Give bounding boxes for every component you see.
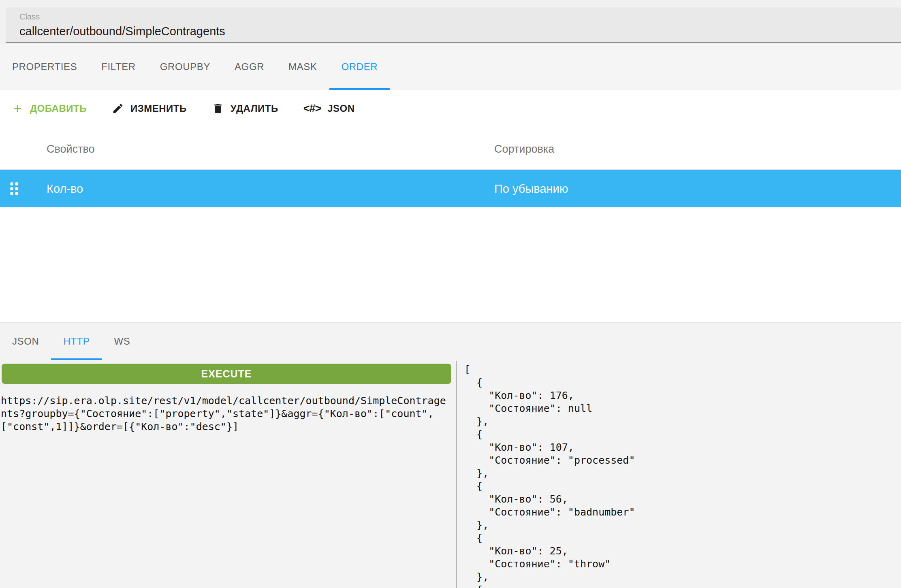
- column-header-property: Свойство: [47, 143, 95, 156]
- plus-icon: [11, 102, 23, 115]
- json-button[interactable]: <#> JSON: [303, 102, 355, 115]
- add-button[interactable]: ДОБАВИТЬ: [11, 102, 87, 115]
- tab-groupby[interactable]: GROUPBY: [148, 44, 222, 90]
- order-toolbar: ДОБАВИТЬ ИЗМЕНИТЬ УДАЛИТЬ <#> JSON: [0, 90, 901, 127]
- order-panel: ДОБАВИТЬ ИЗМЕНИТЬ УДАЛИТЬ <#> JSON Свойс…: [0, 90, 901, 322]
- json-button-label: JSON: [327, 103, 354, 114]
- class-input-value: callcenter/outbound/SimpleContragents: [19, 25, 901, 38]
- tab-order[interactable]: ORDER: [329, 44, 390, 90]
- output-tabbar: JSON HTTP WS: [0, 323, 142, 360]
- panel-divider: [456, 361, 457, 588]
- delete-button-label: УДАЛИТЬ: [231, 103, 278, 114]
- query-tabbar: PROPERTIES FILTER GROUPBY AGGR MASK ORDE…: [0, 44, 901, 90]
- app-screen: Class callcenter/outbound/SimpleContrage…: [0, 0, 901, 588]
- tab-http[interactable]: HTTP: [51, 323, 102, 360]
- tab-aggr[interactable]: AGGR: [222, 44, 276, 90]
- class-input-label: Class: [19, 12, 901, 21]
- code-hash-icon: <#>: [303, 102, 321, 115]
- tab-mask[interactable]: MASK: [276, 44, 329, 90]
- pencil-icon: [112, 102, 124, 115]
- tab-properties[interactable]: PROPERTIES: [0, 44, 89, 90]
- trash-icon: [212, 102, 224, 115]
- edit-button[interactable]: ИЗМЕНИТЬ: [112, 102, 187, 115]
- response-json: [ { "Кол-во": 176, "Состояние": null }, …: [464, 363, 635, 588]
- request-section: JSON HTTP WS EXECUTE https://sip.era.olp…: [0, 322, 901, 588]
- execute-button[interactable]: EXECUTE: [2, 364, 451, 384]
- drag-handle-icon[interactable]: [10, 182, 18, 195]
- tab-json[interactable]: JSON: [0, 323, 51, 360]
- tab-ws[interactable]: WS: [102, 323, 142, 360]
- add-button-label: ДОБАВИТЬ: [30, 103, 87, 114]
- row-sort: По убыванию: [494, 182, 568, 196]
- edit-button-label: ИЗМЕНИТЬ: [130, 103, 187, 114]
- delete-button[interactable]: УДАЛИТЬ: [212, 102, 278, 115]
- row-property: Кол-во: [47, 182, 83, 196]
- column-header-sort: Сортировка: [494, 143, 554, 156]
- table-row[interactable]: Кол-во По убыванию: [0, 169, 901, 207]
- tab-filter[interactable]: FILTER: [89, 44, 148, 90]
- request-url: https://sip.era.olp.site/rest/v1/model/c…: [1, 394, 446, 433]
- class-input[interactable]: Class callcenter/outbound/SimpleContrage…: [6, 7, 901, 43]
